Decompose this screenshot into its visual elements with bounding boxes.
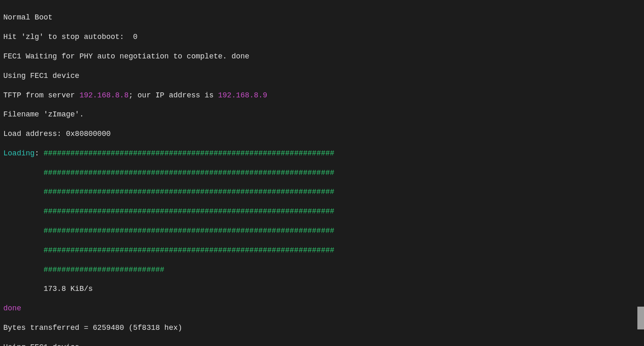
terminal-output: Normal Boot Hit 'zlg' to stop autoboot: … <box>3 3 641 343</box>
loading-sep: : <box>35 149 44 157</box>
progress-hashes: ########################################… <box>43 149 334 157</box>
filename-line: Filename 'zImage'. <box>3 110 641 119</box>
boot-line: Normal Boot <box>3 13 641 22</box>
scrollbar-thumb[interactable] <box>637 307 644 329</box>
autoboot-line: Hit 'zlg' to stop autoboot: 0 <box>3 32 641 42</box>
progress-hashes: ########################################… <box>3 207 641 216</box>
progress-hashes: ########################################… <box>3 226 641 236</box>
device-line: Using FEC1 device <box>3 343 641 346</box>
ip-mid: ; our IP address is <box>128 91 218 99</box>
loading-line: Loading: ###############################… <box>3 149 641 158</box>
done-label: done <box>3 304 641 313</box>
progress-hashes: ########################### <box>3 265 641 275</box>
server-ip: 192.168.8.8 <box>80 91 129 99</box>
progress-hashes: ########################################… <box>3 246 641 255</box>
load-address-line: Load address: 0x80800000 <box>3 129 641 139</box>
progress-hashes: ########################################… <box>3 187 641 197</box>
progress-hashes: ########################################… <box>3 168 641 178</box>
device-line: Using FEC1 device <box>3 71 641 81</box>
loading-label: Loading <box>3 149 35 157</box>
tftp-server-line: TFTP from server 192.168.8.8; our IP add… <box>3 91 641 100</box>
tftp-prefix: TFTP from server <box>3 91 80 99</box>
our-ip: 192.168.8.9 <box>218 91 268 99</box>
transfer-speed: 173.8 KiB/s <box>3 284 641 294</box>
bytes-transferred-line: Bytes transferred = 6259480 (5f8318 hex) <box>3 323 641 333</box>
phy-negotiation-line: FEC1 Waiting for PHY auto negotiation to… <box>3 52 641 61</box>
